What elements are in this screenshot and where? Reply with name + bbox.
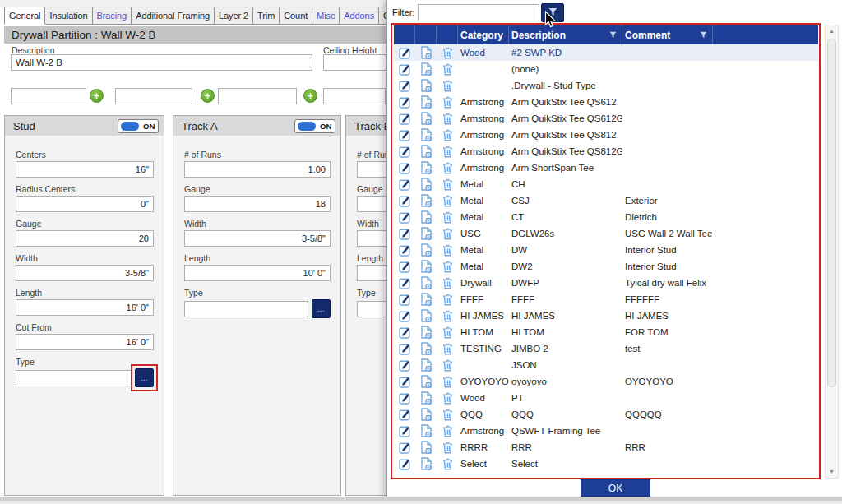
copy-row-button[interactable] xyxy=(415,209,437,225)
copy-row-button[interactable] xyxy=(415,357,437,373)
filter-input[interactable] xyxy=(418,4,539,21)
delete-row-button[interactable] xyxy=(437,390,458,406)
edit-row-button[interactable] xyxy=(394,143,415,160)
stud-centers-input[interactable] xyxy=(16,161,154,178)
edit-row-button[interactable] xyxy=(394,225,415,242)
copy-row-button[interactable] xyxy=(415,340,437,357)
tab-trim[interactable]: Trim xyxy=(253,7,280,25)
add-button-2[interactable]: + xyxy=(201,89,215,103)
copy-row-button[interactable] xyxy=(415,192,437,209)
delete-row-button[interactable] xyxy=(437,455,458,472)
table-row[interactable]: DrywallDWFPTyical dry wall Felix xyxy=(394,275,818,291)
delete-row-button[interactable] xyxy=(437,94,458,110)
delete-row-button[interactable] xyxy=(437,242,458,258)
delete-row-button[interactable] xyxy=(437,307,458,324)
copy-row-button[interactable] xyxy=(415,77,437,94)
edit-row-button[interactable] xyxy=(394,307,415,324)
edit-row-button[interactable] xyxy=(394,423,415,439)
table-row[interactable]: QQQQQQQQQQQ xyxy=(394,406,818,423)
delete-row-button[interactable] xyxy=(437,176,458,192)
track-a-length-input[interactable] xyxy=(184,265,331,281)
delete-row-button[interactable] xyxy=(437,291,458,307)
ceiling-height-input[interactable] xyxy=(323,54,386,71)
tab-misc[interactable]: Misc xyxy=(312,7,340,25)
copy-row-button[interactable] xyxy=(415,307,437,324)
table-row[interactable]: ArmstrongArm QuikStix Tee QS612G90 xyxy=(394,110,818,127)
table-row[interactable]: USGDGLW26sUSG Wall 2 Wall Tee xyxy=(394,225,818,242)
column-header-comment[interactable]: Comment xyxy=(622,25,713,44)
tab-general[interactable]: General xyxy=(4,7,45,25)
table-row[interactable]: OYOYOYOoyoyoyoOYOYOYO xyxy=(394,373,818,390)
edit-row-button[interactable] xyxy=(394,77,415,94)
scrollbar-up-icon[interactable]: ▲ xyxy=(826,25,838,37)
copy-row-button[interactable] xyxy=(415,291,437,307)
table-row[interactable]: TESTINGJIMBO 2test xyxy=(394,340,818,357)
delete-row-button[interactable] xyxy=(437,192,458,209)
column-header-category[interactable]: Category xyxy=(458,25,509,44)
delete-row-button[interactable] xyxy=(437,110,458,127)
track-a-of-runs-input[interactable] xyxy=(184,161,331,178)
edit-row-button[interactable] xyxy=(394,406,415,423)
copy-row-button[interactable] xyxy=(415,225,437,242)
stud-length-input[interactable] xyxy=(16,299,154,316)
edit-row-button[interactable] xyxy=(394,324,415,340)
delete-row-button[interactable] xyxy=(437,127,458,143)
copy-row-button[interactable] xyxy=(415,242,437,258)
copy-row-button[interactable] xyxy=(415,455,437,472)
quick-add-input-3[interactable] xyxy=(218,88,297,104)
quick-add-input-1[interactable] xyxy=(11,88,86,104)
edit-row-button[interactable] xyxy=(394,373,415,390)
description-input[interactable] xyxy=(11,54,312,71)
stud-type-picker-button[interactable]: ... xyxy=(135,368,154,387)
table-row[interactable]: MetalCTDietrich xyxy=(394,209,818,225)
table-row[interactable]: MetalDW2Interior Stud xyxy=(394,258,818,275)
delete-row-button[interactable] xyxy=(437,44,458,61)
copy-row-button[interactable] xyxy=(415,423,437,439)
table-row[interactable]: ArmstrongArm QuikStix Tee QS812G90 xyxy=(394,143,818,160)
add-button-3[interactable]: + xyxy=(303,89,317,103)
edit-row-button[interactable] xyxy=(394,176,415,192)
delete-row-button[interactable] xyxy=(437,373,458,390)
copy-row-button[interactable] xyxy=(415,390,437,406)
delete-row-button[interactable] xyxy=(437,275,458,291)
copy-row-button[interactable] xyxy=(415,258,437,275)
table-row[interactable]: Wood#2 SWP KD xyxy=(394,44,818,61)
table-row[interactable]: SelectSelect xyxy=(394,455,818,472)
copy-row-button[interactable] xyxy=(415,61,437,77)
copy-row-button[interactable] xyxy=(415,44,437,61)
copy-row-button[interactable] xyxy=(415,324,437,340)
table-scrollbar[interactable]: ▲ ▼ xyxy=(825,25,839,479)
stud-type-input[interactable] xyxy=(16,370,132,386)
stud-width-input[interactable] xyxy=(16,265,154,281)
edit-row-button[interactable] xyxy=(394,455,415,472)
edit-row-button[interactable] xyxy=(394,160,415,176)
stud-on-toggle[interactable]: ON xyxy=(118,119,159,133)
table-row[interactable]: JSON xyxy=(394,357,818,373)
copy-row-button[interactable] xyxy=(415,406,437,423)
delete-row-button[interactable] xyxy=(437,77,458,94)
copy-row-button[interactable] xyxy=(415,160,437,176)
edit-row-button[interactable] xyxy=(394,61,415,77)
edit-row-button[interactable] xyxy=(394,258,415,275)
table-row[interactable]: ArmstrongArm QuikStix Tee QS812 xyxy=(394,127,818,143)
table-row[interactable]: MetalCSJExterior xyxy=(394,192,818,209)
edit-row-button[interactable] xyxy=(394,291,415,307)
quick-add-input-2[interactable] xyxy=(115,88,192,104)
delete-row-button[interactable] xyxy=(437,143,458,160)
delete-row-button[interactable] xyxy=(437,258,458,275)
delete-row-button[interactable] xyxy=(437,423,458,439)
delete-row-button[interactable] xyxy=(437,209,458,225)
track-a-type-input[interactable] xyxy=(184,301,308,317)
edit-row-button[interactable] xyxy=(394,110,415,127)
track-a-width-input[interactable] xyxy=(184,230,331,247)
delete-row-button[interactable] xyxy=(437,160,458,176)
table-row[interactable]: RRRRRRRRRR xyxy=(394,439,818,455)
table-row[interactable]: ArmstrongQSWFT Framing Tee xyxy=(394,423,818,439)
quick-add-input-4[interactable] xyxy=(323,88,386,104)
copy-row-button[interactable] xyxy=(415,373,437,390)
scrollbar-down-icon[interactable]: ▼ xyxy=(826,466,838,478)
edit-row-button[interactable] xyxy=(394,192,415,209)
table-row[interactable]: HI JAMESHI JAMESHI JAMES xyxy=(394,307,818,324)
tab-insulation[interactable]: Insulation xyxy=(45,7,92,25)
stud-radius-centers-input[interactable] xyxy=(16,196,154,212)
